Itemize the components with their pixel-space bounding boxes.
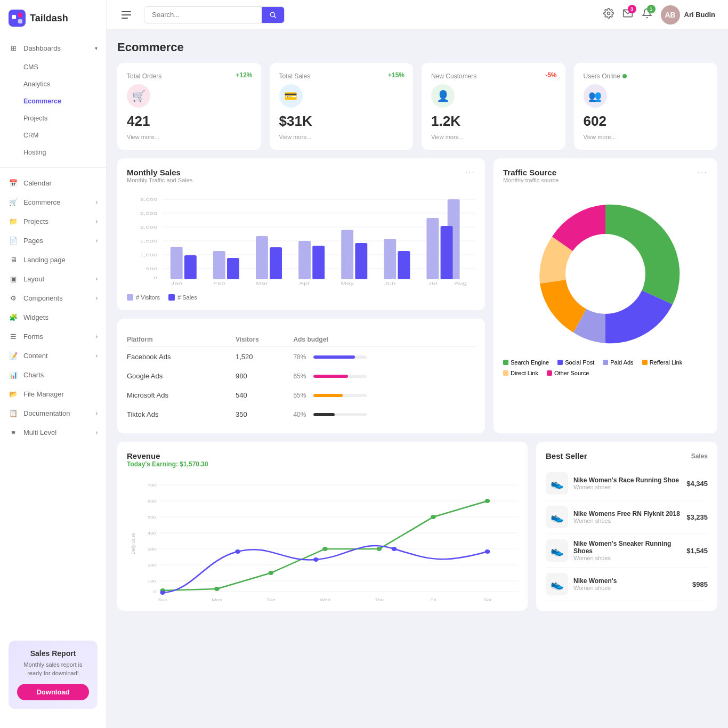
table-row: Microsoft Ads 540 55% [127,385,475,405]
svg-text:May: May [341,281,354,286]
sidebar-item-ecommerce-sub[interactable]: Ecommerce [0,93,106,110]
monthly-sales-menu[interactable]: ··· [465,168,475,177]
product-price: $3,235 [686,513,708,521]
svg-point-72 [392,547,397,551]
platform-visitors: 980 [236,366,293,385]
hamburger-menu[interactable] [119,9,133,21]
tl-paid-label: Paid Ads [610,359,633,366]
mail-button[interactable]: 3 [622,8,633,21]
product-info: Nike Women's Women shoes [573,577,687,591]
legend-visitors: # Visitors [127,294,160,301]
svg-text:Daily Sales: Daily Sales [130,533,136,554]
best-seller-title: Best Seller [546,451,587,460]
list-item: 👟 Nike Women's Sneaker Running Shoes Wom… [546,534,708,568]
sidebar-item-analytics[interactable]: Analytics [0,76,106,93]
nav-section: 📅 Calendar 🛒 Ecommerce › 📁 Projects › 📄 … [0,171,106,444]
sidebar-item-multilevel[interactable]: ≡ Multi Level › [0,423,106,442]
stat-link-orders[interactable]: View more... [127,134,252,140]
stat-link-online[interactable]: View more... [584,134,708,140]
svg-rect-35 [441,226,453,279]
product-image: 👟 [546,472,568,495]
platform-name: Google Ads [127,366,236,385]
revenue-earning: Today's Earning: $1,570.30 [127,460,518,468]
sidebar-item-projects[interactable]: 📁 Projects › [0,212,106,231]
search-button[interactable] [262,7,284,23]
svg-rect-25 [341,230,353,279]
best-seller-sales-col: Sales [691,452,708,460]
sidebar-item-content[interactable]: 📝 Content › [0,346,106,365]
chevron-right-icon-2: › [96,219,98,224]
stat-link-sales[interactable]: View more... [279,134,404,140]
best-seller-list: 👟 Nike Women's Race Running Shoe Women s… [546,467,708,601]
svg-rect-24 [298,241,311,279]
download-button[interactable]: Download [17,684,89,700]
product-name: Nike Women's Race Running Shoe [573,476,681,484]
stat-link-customers[interactable]: View more... [431,134,556,140]
svg-point-63 [214,587,220,591]
progress-bar [313,413,367,416]
search-input[interactable] [144,7,262,22]
svg-text:Fri: Fri [430,597,436,602]
sidebar-item-hosting[interactable]: Hosting [0,144,106,161]
sidebar-item-layout[interactable]: ▣ Layout › [0,269,106,288]
product-name: Nike Womens Free RN Flyknit 2018 [573,510,681,517]
sidebar-item-cms[interactable]: CMS [0,59,106,76]
svg-text:2,000: 2,000 [140,225,158,230]
traffic-menu[interactable]: ··· [698,168,708,177]
stat-card-customers: New Customers -5% 👤 1.2K View more... [422,63,565,150]
tl-direct-label: Direct Link [511,370,538,376]
svg-rect-0 [9,10,26,27]
sidebar-item-crm[interactable]: CRM [0,127,106,144]
sidebar-item-pages[interactable]: 📄 Pages › [0,231,106,250]
chevron-right-icon-4: › [96,276,98,282]
stat-value-sales: $31K [279,113,404,130]
sidebar-item-calendar[interactable]: 📅 Calendar [0,173,106,192]
stat-card-online: Users Online 👥 602 View more... [574,63,718,150]
sidebar-item-landing[interactable]: 🖥 Landing page [0,250,106,269]
monthly-sales-header: Monthly Sales Monthly Traffic and Sales … [127,168,475,190]
user-name: Ari Budin [684,11,716,19]
svg-text:3,000: 3,000 [140,197,158,202]
layout-icon: ▣ [9,274,18,284]
product-image: 👟 [546,539,568,562]
list-item: 👟 Nike Women's Race Running Shoe Women s… [546,467,708,500]
stat-change-sales: +15% [388,71,405,79]
left-middle: Monthly Sales Monthly Traffic and Sales … [117,158,485,433]
product-category: Women shoes [573,517,681,524]
sidebar-item-dashboards[interactable]: ⊞ Dashboards ▾ [0,38,106,58]
svg-rect-34 [398,251,410,279]
gear-icon [603,8,614,19]
product-name: Nike Women's Sneaker Running Shoes [573,540,681,555]
sidebar-item-forms[interactable]: ☰ Forms › [0,327,106,346]
tl-search: Search Engine [503,359,549,366]
platform-ads: 40% [293,405,475,424]
revenue-title: Revenue [127,451,518,460]
avatar-area[interactable]: AB Ari Budin [661,5,716,25]
monthly-sales-card: Monthly Sales Monthly Traffic and Sales … [117,158,485,310]
legend-sales: # Sales [168,294,197,301]
svg-text:Sun: Sun [158,597,167,602]
sidebar-item-components[interactable]: ⚙ Components › [0,288,106,308]
svg-text:Tue: Tue [266,597,276,602]
table-row: Google Ads 980 65% [127,366,475,385]
col-visitors: Visitors [236,333,293,347]
svg-point-67 [431,515,436,519]
settings-button[interactable] [603,8,614,21]
pct-label: 55% [293,392,310,399]
product-category: Women shoes [573,585,687,591]
sidebar-item-projects-sub[interactable]: Projects [0,110,106,127]
chevron-right-icon-9: › [96,430,98,435]
chevron-right-icon: › [96,199,98,205]
notification-button[interactable]: 1 [642,8,652,21]
bar-chart-svg: 3,000 2,500 2,000 1,500 1,000 500 0 [127,194,475,290]
sidebar-item-documentation[interactable]: 📋 Documentation › [0,403,106,423]
sidebar-item-ecommerce[interactable]: 🛒 Ecommerce › [0,192,106,212]
svg-rect-26 [384,239,396,279]
product-price: $4,345 [686,480,708,488]
svg-text:Jan: Jan [171,281,182,286]
sidebar-item-widgets[interactable]: 🧩 Widgets [0,308,106,327]
sidebar-item-filemanager[interactable]: 📂 File Manager [0,384,106,403]
progress-fill [313,375,348,378]
sidebar-item-charts[interactable]: 📊 Charts [0,365,106,384]
svg-rect-1 [12,15,16,19]
